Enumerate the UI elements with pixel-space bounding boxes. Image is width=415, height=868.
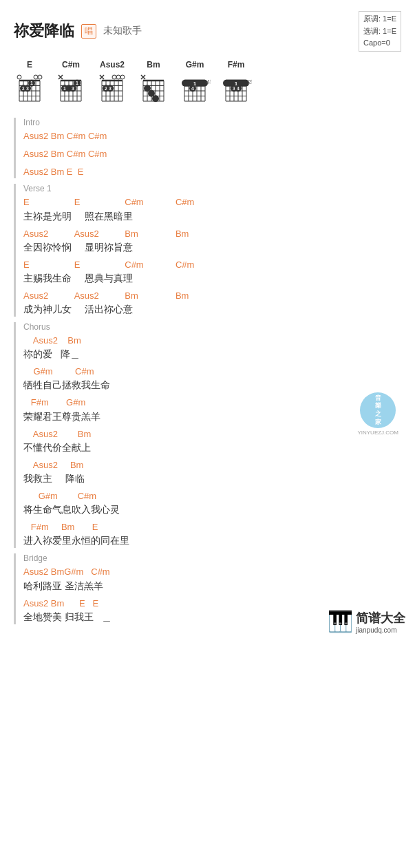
- song-title: 祢爱降临: [14, 21, 74, 41]
- chord-Bm: Bm: [138, 60, 169, 107]
- v1-chord1: E E C#m C#m: [23, 196, 401, 209]
- section-intro: Intro Asus2 Bm C#m C#m Asus2 Bm C#m C#m …: [14, 118, 401, 179]
- v1-lyric2: 全因祢怜悯 显明祢旨意: [23, 240, 401, 255]
- chorus-chord2: G#m C#m: [23, 366, 401, 378]
- chorus-chord3: F#m G#m: [23, 396, 401, 409]
- chord-Gsharpm: G#m: [179, 60, 211, 107]
- piano-icon: 🎹: [328, 611, 353, 632]
- bottom-logo: 🎹 简谱大全 jianpudq.com: [328, 610, 405, 634]
- logo-en: jianpudq.com: [356, 626, 396, 634]
- intro-line1: Asus2 Bm C#m C#m: [23, 130, 401, 142]
- v1-chord3: E E C#m C#m: [23, 259, 401, 271]
- page-container: 祢爱降临 唱 未知歌手 原调: 1=E 选调: 1=E Capo=0 E C#m…: [0, 0, 415, 644]
- logo-text-block: 简谱大全 jianpudq.com: [356, 610, 405, 634]
- bridge-chord2: Asus2 Bm E E: [23, 597, 401, 610]
- key-play: 选调: 1=E: [363, 25, 396, 38]
- section-chorus: Chorus Asus2 Bm 祢的爱 降＿ G#m C#m 牺牲自己拯救我生命…: [14, 322, 401, 548]
- section-verse1: Verse 1 E E C#m C#m 主祢是光明 照在黑暗里 Asus2 As…: [14, 184, 401, 317]
- section-chorus-label: Chorus: [23, 322, 401, 332]
- singer-label: 唱: [81, 24, 96, 39]
- bridge-lyric1: 哈利路亚 圣洁羔羊: [23, 579, 401, 593]
- chorus-lyric6: 将生命气息吹入我心灵: [23, 502, 401, 517]
- key-original: 原调: 1=E: [363, 13, 396, 25]
- v1-chord4: Asus2 Asus2 Bm Bm: [23, 290, 401, 302]
- intro-line2: Asus2 Bm C#m C#m: [23, 148, 401, 160]
- chorus-chord1: Asus2 Bm: [23, 335, 401, 347]
- chord-Asus2: Asus2: [96, 60, 128, 107]
- logo-cn: 简谱大全: [356, 610, 405, 626]
- bridge-chord1: Asus2 BmG#m C#m: [23, 566, 401, 578]
- chorus-lyric1: 祢的爱 降＿: [23, 347, 401, 361]
- chorus-chord6: G#m C#m: [23, 490, 401, 502]
- v1-lyric1: 主祢是光明 照在黑暗里: [23, 209, 401, 224]
- chorus-chord5: Asus2 Bm: [23, 459, 401, 472]
- watermark-url: YINYUEZJ.COM: [357, 430, 398, 436]
- watermark-icon: 音樂之家: [375, 394, 381, 427]
- intro-line3: Asus2 Bm E E: [23, 166, 401, 178]
- chord-Fsharpm: F#m: [220, 60, 252, 107]
- section-intro-label: Intro: [23, 118, 401, 127]
- chorus-lyric5: 我救主 降临: [23, 472, 401, 486]
- chord-E: E: [14, 60, 45, 107]
- chorus-lyric2: 牺牲自己拯救我生命: [23, 378, 401, 392]
- section-verse1-label: Verse 1: [23, 184, 401, 193]
- key-info: 原调: 1=E 选调: 1=E Capo=0: [359, 11, 401, 52]
- v1-lyric4: 成为神儿女 活出祢心意: [23, 302, 401, 317]
- v1-lyric3: 主赐我生命 恩典与真理: [23, 271, 401, 286]
- watermark: 音樂之家 YINYUEZJ.COM: [357, 392, 398, 436]
- capo: Capo=0: [363, 37, 396, 50]
- header: 祢爱降临 唱 未知歌手 原调: 1=E 选调: 1=E Capo=0: [14, 11, 401, 52]
- chord-Csharpm: C#m: [55, 60, 87, 107]
- chorus-chord4: Asus2 Bm: [23, 428, 401, 441]
- chorus-chord7: F#m Bm E: [23, 521, 401, 533]
- chord-diagrams: E C#m Asus2 Bm G#m F#m: [14, 60, 401, 107]
- section-bridge-label: Bridge: [23, 553, 401, 563]
- chorus-lyric3: 荣耀君王尊贵羔羊: [23, 410, 401, 424]
- title-area: 祢爱降临 唱 未知歌手: [14, 21, 142, 41]
- chorus-lyric7: 进入祢爱里永恒的同在里: [23, 533, 401, 548]
- v1-chord2: Asus2 Asus2 Bm Bm: [23, 228, 401, 240]
- chorus-lyric4: 不懂代价全献上: [23, 441, 401, 455]
- singer-name: 未知歌手: [103, 25, 142, 37]
